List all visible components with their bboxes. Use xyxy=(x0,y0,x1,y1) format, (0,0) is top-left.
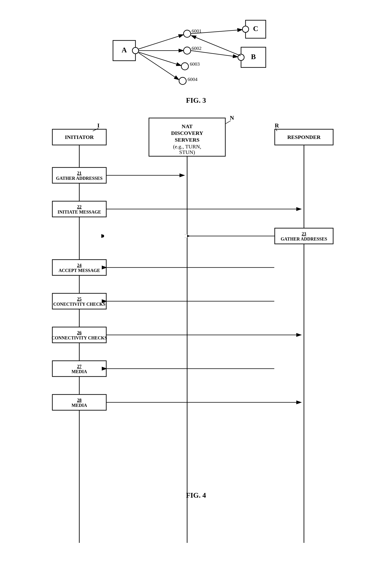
fig3-diagram: A B C 6001 6002 6003 6004 xyxy=(109,16,284,92)
svg-line-19 xyxy=(139,52,181,66)
svg-text:23: 23 xyxy=(302,231,306,236)
svg-text:MEDIA: MEDIA xyxy=(71,403,87,408)
svg-point-9 xyxy=(183,47,191,54)
svg-line-20 xyxy=(139,53,179,80)
fig4-section: INITIATOR NAT DISCOVERY SERVERS (e.g., T… xyxy=(14,116,378,499)
svg-text:SERVERS: SERVERS xyxy=(175,137,199,143)
svg-text:6002: 6002 xyxy=(192,45,201,51)
svg-text:GATHER ADDRESSES: GATHER ADDRESSES xyxy=(56,176,102,181)
svg-point-6 xyxy=(132,47,139,54)
svg-text:(e.g., TURN,: (e.g., TURN, xyxy=(173,144,201,149)
svg-point-7 xyxy=(183,30,191,37)
svg-text:GATHER ADDRESSES: GATHER ADDRESSES xyxy=(280,236,327,241)
svg-text:22: 22 xyxy=(77,204,82,209)
svg-text:MEDIA: MEDIA xyxy=(71,369,87,374)
svg-text:B: B xyxy=(251,53,256,61)
svg-text:STUN): STUN) xyxy=(179,149,195,155)
svg-text:26: 26 xyxy=(77,330,82,335)
svg-text:27: 27 xyxy=(77,364,82,369)
svg-text:28: 28 xyxy=(77,398,82,403)
svg-text:NAT: NAT xyxy=(182,123,193,129)
svg-point-16 xyxy=(242,26,249,32)
svg-line-17 xyxy=(139,35,183,49)
svg-text:CONNECTIVITY CHECKS: CONNECTIVITY CHECKS xyxy=(51,335,107,340)
svg-text:CONECTIVITY CHECKS: CONECTIVITY CHECKS xyxy=(53,302,105,307)
svg-point-13 xyxy=(179,77,186,85)
svg-text:I: I xyxy=(97,122,99,129)
svg-text:INITIATOR: INITIATOR xyxy=(65,134,94,140)
svg-text:RESPONDER: RESPONDER xyxy=(287,134,321,140)
svg-point-11 xyxy=(181,63,188,70)
svg-text:25: 25 xyxy=(77,296,82,301)
svg-text:N: N xyxy=(230,116,234,121)
svg-text:21: 21 xyxy=(77,171,82,175)
svg-text:DISCOVERY: DISCOVERY xyxy=(171,130,203,136)
svg-text:6003: 6003 xyxy=(190,61,200,67)
svg-line-41 xyxy=(225,121,231,124)
svg-text:6004: 6004 xyxy=(188,76,197,82)
svg-text:C: C xyxy=(253,25,258,33)
svg-text:A: A xyxy=(122,46,127,54)
svg-text:ACCEPT MESSAGE: ACCEPT MESSAGE xyxy=(58,268,100,273)
fig3-title: FIG. 3 xyxy=(186,96,206,104)
svg-rect-80 xyxy=(104,234,187,238)
svg-text:INITIATE MESSAGE: INITIATE MESSAGE xyxy=(57,209,101,215)
fig4-diagram: INITIATOR NAT DISCOVERY SERVERS (e.g., T… xyxy=(39,116,353,554)
svg-text:24: 24 xyxy=(77,263,82,268)
fig3-section: A B C 6001 6002 6003 6004 xyxy=(14,16,378,104)
svg-text:R: R xyxy=(275,122,279,129)
